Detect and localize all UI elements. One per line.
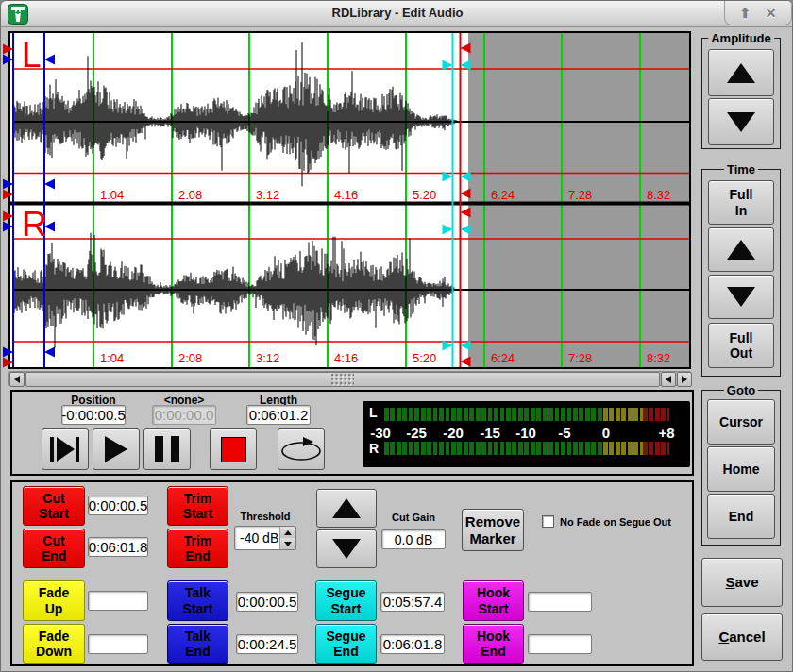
play-from-button[interactable] bbox=[42, 428, 89, 470]
fade-up-button[interactable]: Fade Up bbox=[23, 580, 85, 621]
hook-end-field[interactable] bbox=[528, 634, 592, 654]
segue-start-button[interactable]: Segue Start bbox=[315, 580, 377, 621]
talk-end-button[interactable]: Talk End bbox=[167, 624, 228, 664]
svg-text:3:12: 3:12 bbox=[256, 351, 279, 365]
meter-scale-tick: -25 bbox=[397, 425, 435, 441]
scroll-left-button-2[interactable] bbox=[661, 372, 676, 387]
waveform-svg[interactable]: LR1:041:042:082:083:123:124:164:165:205:… bbox=[10, 33, 689, 367]
fade-down-field[interactable] bbox=[88, 634, 148, 654]
goto-cursor-button[interactable]: Cursor bbox=[707, 399, 775, 445]
svg-text:2:08: 2:08 bbox=[178, 188, 202, 202]
meter-scale-tick: -20 bbox=[434, 425, 472, 441]
amplitude-group: Amplitude bbox=[701, 38, 781, 149]
spin-down-icon[interactable] bbox=[280, 538, 295, 549]
goto-group: Goto Cursor Home End bbox=[701, 390, 781, 546]
svg-text:6:24: 6:24 bbox=[491, 188, 515, 202]
meter-right-label: R bbox=[369, 441, 379, 456]
meter-left-label: L bbox=[369, 405, 378, 420]
play-icon bbox=[105, 436, 127, 462]
arrow-up-icon bbox=[727, 49, 755, 83]
svg-text:4:16: 4:16 bbox=[334, 351, 358, 365]
hook-start-field[interactable] bbox=[528, 592, 592, 612]
time-group-title: Time bbox=[724, 162, 758, 176]
stop-button[interactable] bbox=[210, 428, 257, 470]
arrow-down-icon bbox=[332, 539, 361, 573]
svg-text:R: R bbox=[22, 205, 47, 244]
goto-home-button[interactable]: Home bbox=[707, 446, 775, 492]
zoom-full-in-button[interactable]: Full In bbox=[708, 180, 774, 225]
amplitude-down-button[interactable] bbox=[708, 98, 774, 145]
stop-icon bbox=[221, 437, 246, 462]
cut-end-button[interactable]: Cut End bbox=[23, 529, 85, 568]
pause-icon bbox=[155, 436, 179, 462]
length-field: 0:06:01.2 bbox=[246, 405, 311, 425]
pause-button[interactable] bbox=[143, 428, 191, 470]
hook-start-button[interactable]: Hook Start bbox=[463, 580, 524, 621]
spin-up-icon[interactable] bbox=[280, 527, 295, 538]
talk-start-field[interactable]: 0:00:00.5 bbox=[236, 592, 298, 612]
meter-led-yellow-right bbox=[603, 442, 643, 455]
meter-scale-tick: -15 bbox=[471, 425, 509, 441]
loop-button[interactable] bbox=[278, 428, 325, 470]
scroll-right-button[interactable] bbox=[677, 372, 692, 387]
talk-start-button[interactable]: Talk Start bbox=[167, 580, 228, 621]
svg-text:7:28: 7:28 bbox=[568, 188, 592, 202]
svg-text:6:24: 6:24 bbox=[491, 351, 515, 365]
cancel-button[interactable]: Cancel bbox=[701, 613, 783, 661]
no-fade-checkbox[interactable] bbox=[542, 515, 554, 528]
cut-start-field[interactable]: 0:00:00.5 bbox=[88, 496, 148, 515]
goto-end-button[interactable]: End bbox=[707, 494, 775, 539]
meter-scale-tick: -5 bbox=[546, 425, 583, 441]
trim-start-button[interactable]: Trim Start bbox=[167, 486, 228, 526]
fade-down-button[interactable]: Fade Down bbox=[23, 624, 85, 664]
position-field[interactable]: -0:00:00.5 bbox=[61, 405, 126, 425]
svg-text:1:04: 1:04 bbox=[100, 351, 124, 365]
save-button[interactable]: Save bbox=[701, 558, 783, 607]
svg-text:L: L bbox=[22, 36, 42, 75]
gain-down-button[interactable] bbox=[316, 529, 377, 568]
hook-end-button[interactable]: Hook End bbox=[463, 624, 524, 664]
shade-window-icon[interactable]: ⬆ bbox=[740, 7, 751, 20]
scroll-left-button[interactable] bbox=[9, 372, 25, 387]
threshold-label: Threshold bbox=[223, 511, 308, 522]
cut-end-field[interactable]: 0:06:01.8 bbox=[88, 537, 148, 557]
segue-end-field[interactable]: 0:06:01.8 bbox=[380, 634, 445, 654]
transport-panel: Position -0:00:00.5 <none> 0:00:00.0 Len… bbox=[10, 390, 694, 476]
titlebar[interactable]: RDLibrary - Edit Audio ⬆ ✕ bbox=[1, 1, 793, 27]
scrollbar-slider[interactable] bbox=[25, 372, 660, 387]
play-button[interactable] bbox=[93, 428, 140, 470]
loop-icon bbox=[280, 437, 322, 462]
slider-grip-icon bbox=[331, 374, 354, 386]
svg-text:5:20: 5:20 bbox=[413, 188, 436, 202]
threshold-spinbox[interactable]: -40 dB bbox=[234, 526, 296, 550]
meter-led-red-right bbox=[643, 442, 669, 455]
meter-scale-tick: +8 bbox=[648, 425, 685, 441]
zoom-out-button[interactable] bbox=[708, 275, 774, 319]
zoom-in-button[interactable] bbox=[708, 227, 774, 272]
meter-led-green-left bbox=[384, 408, 603, 421]
amplitude-group-title: Amplitude bbox=[708, 31, 774, 45]
meter-scale-tick: -10 bbox=[507, 425, 545, 441]
amplitude-up-button[interactable] bbox=[708, 49, 774, 96]
meter-scale-tick: 0 bbox=[587, 425, 625, 441]
svg-text:3:12: 3:12 bbox=[256, 188, 279, 202]
cut-gain-field[interactable]: 0.0 dB bbox=[381, 529, 446, 549]
threshold-value[interactable]: -40 dB bbox=[235, 527, 279, 549]
cut-start-button[interactable]: Cut Start bbox=[23, 486, 85, 526]
segue-start-field[interactable]: 0:05:57.4 bbox=[380, 592, 445, 612]
fade-up-field[interactable] bbox=[88, 591, 148, 611]
svg-text:8:32: 8:32 bbox=[647, 188, 670, 202]
gain-up-button[interactable] bbox=[316, 489, 377, 528]
zoom-full-out-button[interactable]: Full Out bbox=[708, 323, 774, 368]
waveform-scrollbar[interactable] bbox=[8, 371, 691, 386]
meter-led-red-left bbox=[643, 408, 669, 421]
waveform-display[interactable]: LR1:041:042:082:083:123:124:164:165:205:… bbox=[8, 31, 691, 369]
audio-level-meter: L R -30 -25 -20 -15 -10 -5 0 +8 bbox=[363, 401, 690, 467]
trim-end-button[interactable]: Trim End bbox=[167, 529, 228, 568]
svg-text:7:28: 7:28 bbox=[568, 351, 592, 365]
talk-end-field[interactable]: 0:00:24.5 bbox=[236, 634, 298, 654]
close-window-icon[interactable]: ✕ bbox=[766, 7, 777, 20]
segue-end-button[interactable]: Segue End bbox=[315, 624, 377, 664]
remove-marker-button[interactable]: Remove Marker bbox=[462, 509, 524, 551]
threshold-spin-arrows bbox=[279, 527, 295, 549]
